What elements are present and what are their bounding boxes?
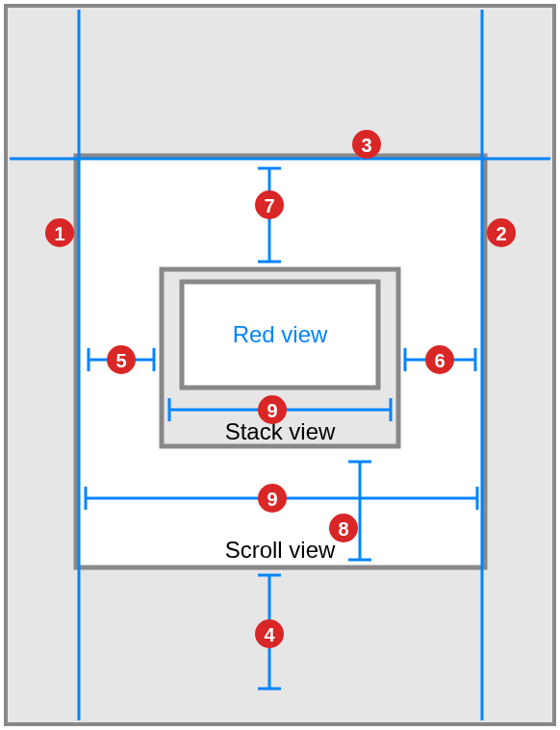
svg-text:9: 9 — [267, 489, 277, 510]
svg-text:8: 8 — [338, 518, 348, 540]
svg-text:2: 2 — [496, 223, 506, 244]
badge-6: 6 — [425, 345, 454, 374]
badge-7: 7 — [255, 190, 284, 219]
badge-1: 1 — [45, 218, 74, 247]
svg-text:5: 5 — [115, 350, 126, 371]
svg-text:9: 9 — [267, 400, 277, 421]
scroll-view-label: Scroll view — [225, 537, 336, 563]
svg-text:1: 1 — [54, 223, 64, 244]
badge-8: 8 — [329, 514, 358, 542]
svg-text:4: 4 — [264, 624, 275, 645]
svg-text:7: 7 — [264, 195, 274, 216]
badge-9a: 9 — [258, 395, 287, 424]
badge-3: 3 — [352, 130, 381, 159]
badge-9b: 9 — [258, 484, 287, 513]
stack-view-label: Stack view — [225, 418, 336, 444]
constraint-diagram: Red view Stack view Scroll view 1 2 3 4 … — [0, 0, 560, 730]
badge-4: 4 — [255, 619, 284, 648]
svg-text:3: 3 — [361, 135, 371, 156]
svg-text:6: 6 — [434, 350, 445, 371]
red-view-label: Red view — [233, 321, 328, 347]
badge-2: 2 — [487, 218, 516, 247]
badge-5: 5 — [107, 345, 136, 374]
